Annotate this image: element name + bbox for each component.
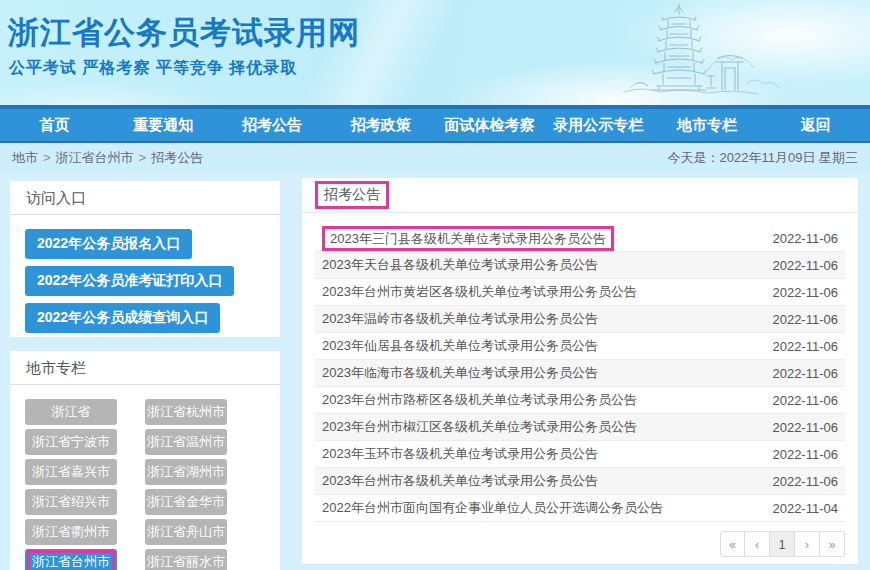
announcement-link[interactable]: 2023年天台县各级机关单位考试录用公务员公告 bbox=[322, 256, 598, 274]
city-button[interactable]: 浙江省丽水市 bbox=[145, 549, 227, 570]
nav-item[interactable]: 返回 bbox=[761, 116, 870, 135]
city-button[interactable]: 浙江省舟山市 bbox=[145, 519, 227, 545]
breadcrumb-link[interactable]: 浙江省台州市 bbox=[56, 150, 134, 165]
announcement-row: 2023年台州市各级机关单位考试录用公务员公告2022-11-06 bbox=[315, 468, 845, 495]
announcement-link[interactable]: 2023年台州市路桥区各级机关单位考试录用公务员公告 bbox=[322, 391, 637, 409]
nav-items: 首页重要通知招考公告招考政策面试体检考察录用公示专栏地市专栏返回 bbox=[0, 109, 870, 141]
pager-button[interactable]: ‹ bbox=[745, 531, 770, 557]
pager-button[interactable]: › bbox=[795, 531, 820, 557]
announcement-date: 2022-11-06 bbox=[772, 231, 838, 246]
city-button[interactable]: 浙江省湖州市 bbox=[145, 459, 227, 485]
nav-item[interactable]: 面试体检考察 bbox=[435, 116, 544, 135]
city-button-label: 浙江省湖州市 bbox=[147, 459, 225, 485]
pagoda-illustration bbox=[612, 2, 812, 102]
city-button[interactable]: 浙江省宁波市 bbox=[25, 429, 117, 455]
announcement-row: 2023年温岭市各级机关单位考试录用公务员公告2022-11-06 bbox=[315, 306, 845, 333]
announcement-link[interactable]: 2023年台州市椒江区各级机关单位考试录用公务员公告 bbox=[322, 418, 637, 436]
announcement-row: 2022年台州市面向国有企事业单位人员公开选调公务员公告2022-11-04 bbox=[315, 495, 845, 522]
city-card: 地市专栏 浙江省浙江省杭州市浙江省宁波市浙江省温州市浙江省嘉兴市浙江省湖州市浙江… bbox=[10, 351, 280, 570]
announcement-link[interactable]: 2023年玉环市各级机关单位考试录用公务员公告 bbox=[322, 445, 598, 463]
announcement-link[interactable]: 2023年温岭市各级机关单位考试录用公务员公告 bbox=[322, 310, 598, 328]
city-buttons: 浙江省浙江省杭州市浙江省宁波市浙江省温州市浙江省嘉兴市浙江省湖州市浙江省绍兴市浙… bbox=[10, 385, 280, 570]
city-button[interactable]: 浙江省温州市 bbox=[145, 429, 227, 455]
breadcrumb: 地市>浙江省台州市>招考公告 bbox=[12, 149, 203, 167]
city-button-label: 浙江省宁波市 bbox=[32, 429, 110, 455]
city-button-label: 浙江省 bbox=[52, 399, 91, 425]
breadcrumb-link[interactable]: 地市 bbox=[12, 150, 38, 165]
panel-title-row: 招考公告 bbox=[302, 178, 858, 213]
entry-button[interactable]: 2022年公务员准考证打印入口 bbox=[25, 266, 234, 296]
site-title: 浙江省公务员考试录用网 bbox=[8, 12, 360, 54]
city-button-label: 浙江省丽水市 bbox=[147, 549, 225, 570]
entry-card-title: 访问入口 bbox=[10, 181, 280, 215]
city-button-label: 浙江省舟山市 bbox=[147, 519, 225, 545]
announcement-panel: 招考公告 2023年三门县各级机关单位考试录用公务员公告2022-11-0620… bbox=[302, 178, 858, 564]
announcement-date: 2022-11-06 bbox=[772, 258, 838, 273]
announcement-date: 2022-11-04 bbox=[772, 501, 838, 516]
announcement-date: 2022-11-06 bbox=[772, 474, 838, 489]
entry-card: 访问入口 2022年公务员报名入口2022年公务员准考证打印入口2022年公务员… bbox=[10, 181, 280, 337]
announcement-row: 2023年玉环市各级机关单位考试录用公务员公告2022-11-06 bbox=[315, 441, 845, 468]
announcement-link[interactable]: 2023年台州市黄岩区各级机关单位考试录用公务员公告 bbox=[322, 283, 637, 301]
city-button[interactable]: 浙江省衢州市 bbox=[25, 519, 117, 545]
announcement-date: 2022-11-06 bbox=[772, 393, 838, 408]
announcement-row: 2023年台州市椒江区各级机关单位考试录用公务员公告2022-11-06 bbox=[315, 414, 845, 441]
nav-item[interactable]: 重要通知 bbox=[109, 116, 218, 135]
breadcrumb-separator: > bbox=[139, 150, 147, 165]
announcement-date: 2022-11-06 bbox=[772, 339, 838, 354]
city-button[interactable]: 浙江省杭州市 bbox=[145, 399, 227, 425]
announcement-link[interactable]: 2022年台州市面向国有企事业单位人员公开选调公务员公告 bbox=[322, 499, 663, 517]
pager-button[interactable]: « bbox=[720, 531, 745, 557]
announcement-row: 2023年临海市各级机关单位考试录用公务员公告2022-11-06 bbox=[315, 360, 845, 387]
city-button-label: 浙江省温州市 bbox=[147, 429, 225, 455]
announcement-row: 2023年台州市路桥区各级机关单位考试录用公务员公告2022-11-06 bbox=[315, 387, 845, 414]
announcement-date: 2022-11-06 bbox=[772, 447, 838, 462]
nav-item[interactable]: 地市专栏 bbox=[653, 116, 762, 135]
city-card-title: 地市专栏 bbox=[10, 351, 280, 385]
announcement-date: 2022-11-06 bbox=[772, 285, 838, 300]
site-slogan: 公平考试 严格考察 平等竞争 择优录取 bbox=[9, 58, 297, 79]
breadcrumb-link[interactable]: 招考公告 bbox=[151, 150, 203, 165]
nav-item[interactable]: 招考政策 bbox=[326, 116, 435, 135]
announcement-row: 2023年天台县各级机关单位考试录用公务员公告2022-11-06 bbox=[315, 252, 845, 279]
pager-button[interactable]: » bbox=[820, 531, 845, 557]
nav-item[interactable]: 首页 bbox=[0, 116, 109, 135]
announcement-row: 2023年台州市黄岩区各级机关单位考试录用公务员公告2022-11-06 bbox=[315, 279, 845, 306]
city-button[interactable]: 浙江省 bbox=[25, 399, 117, 425]
city-button[interactable]: 浙江省绍兴市 bbox=[25, 489, 117, 515]
city-button[interactable]: 浙江省台州市 bbox=[25, 549, 117, 570]
panel-title: 招考公告 bbox=[315, 181, 389, 209]
announcement-link[interactable]: 2023年三门县各级机关单位考试录用公务员公告 bbox=[322, 226, 614, 251]
city-button-label: 浙江省嘉兴市 bbox=[32, 459, 110, 485]
announcement-date: 2022-11-06 bbox=[772, 312, 838, 327]
announcement-link[interactable]: 2023年临海市各级机关单位考试录用公务员公告 bbox=[322, 364, 598, 382]
announcement-row: 2023年三门县各级机关单位考试录用公务员公告2022-11-06 bbox=[315, 225, 845, 252]
breadcrumb-bar: 地市>浙江省台州市>招考公告 今天是：2022年11月09日 星期三 bbox=[0, 143, 870, 172]
announcement-link[interactable]: 2023年台州市各级机关单位考试录用公务员公告 bbox=[322, 472, 598, 490]
entry-button[interactable]: 2022年公务员成绩查询入口 bbox=[25, 303, 220, 333]
city-button-label: 浙江省杭州市 bbox=[147, 399, 225, 425]
announcement-list: 2023年三门县各级机关单位考试录用公务员公告2022-11-062023年天台… bbox=[315, 225, 845, 522]
announcement-link[interactable]: 2023年仙居县各级机关单位考试录用公务员公告 bbox=[322, 337, 598, 355]
city-button-label: 浙江省台州市 bbox=[27, 550, 115, 570]
pager-button[interactable]: 1 bbox=[770, 531, 795, 557]
today-date: 今天是：2022年11月09日 星期三 bbox=[668, 149, 859, 167]
pagination: «‹1›» bbox=[720, 531, 845, 557]
pagination-area: «‹1›» bbox=[315, 531, 845, 557]
nav-item[interactable]: 录用公示专栏 bbox=[544, 116, 653, 135]
announcement-date: 2022-11-06 bbox=[772, 366, 838, 381]
entry-buttons: 2022年公务员报名入口2022年公务员准考证打印入口2022年公务员成绩查询入… bbox=[10, 215, 280, 333]
announcement-date: 2022-11-06 bbox=[772, 420, 838, 435]
entry-button[interactable]: 2022年公务员报名入口 bbox=[25, 229, 192, 259]
site-header: 浙江省公务员考试录用网 公平考试 严格考察 平等竞争 择优录取 bbox=[0, 0, 870, 105]
announcement-row: 2023年仙居县各级机关单位考试录用公务员公告2022-11-06 bbox=[315, 333, 845, 360]
breadcrumb-separator: > bbox=[43, 150, 51, 165]
nav-item[interactable]: 招考公告 bbox=[218, 116, 327, 135]
city-button-label: 浙江省衢州市 bbox=[32, 519, 110, 545]
city-button[interactable]: 浙江省金华市 bbox=[145, 489, 227, 515]
city-button-label: 浙江省金华市 bbox=[147, 489, 225, 515]
city-button-label: 浙江省绍兴市 bbox=[32, 489, 110, 515]
main-nav: 首页重要通知招考公告招考政策面试体检考察录用公示专栏地市专栏返回 bbox=[0, 105, 870, 143]
city-button[interactable]: 浙江省嘉兴市 bbox=[25, 459, 117, 485]
